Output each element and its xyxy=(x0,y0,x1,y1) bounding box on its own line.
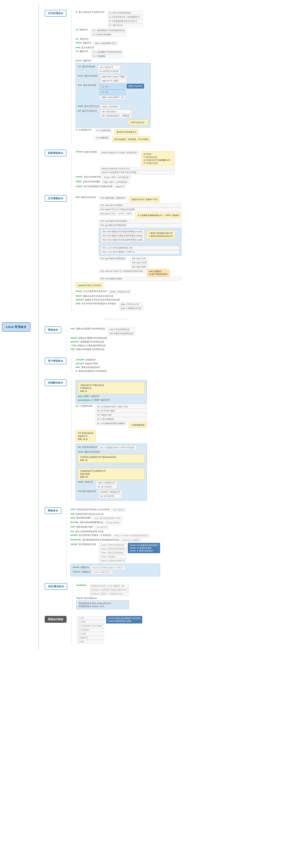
desc: 打包同时压缩 xyxy=(79,404,93,407)
tip: 只能压缩文件,不能压缩目录 不保留原文件 后缀 .gz xyxy=(78,382,144,394)
cmd-ifconfig: ifconfig xyxy=(70,521,78,523)
desc: 创建文件 xyxy=(83,59,91,62)
detail: find -type l 链接 xyxy=(130,265,148,269)
cmd-umask: umask xyxy=(75,185,83,187)
desc: 创建目录 xyxy=(83,41,91,44)
desc: 显示文件内容 xyxy=(83,84,96,87)
cmd-pwd: pwd xyxy=(75,46,80,49)
tip: 指向原文件的快捷方式 xyxy=(115,129,138,135)
cmd-find: find xyxy=(75,196,79,198)
detail: chgrp <用户> <文件或目录> xyxy=(101,180,130,184)
level: 6 重启 xyxy=(77,640,104,644)
box-other-shutdown: 其他关机命令:halt, poweroff, init 0 其他重启命令:reb… xyxy=(76,600,129,609)
detail: head -n 显示前n行 xyxy=(100,105,120,109)
detail: page down / space 下翻页 xyxy=(100,75,127,79)
desc: 显示文件内容 xyxy=(84,74,97,78)
detail: tar -z 显示详细信息 xyxy=(95,417,146,421)
cmd-ls: ls xyxy=(75,11,77,13)
detail: grep -v 排除指定字符串 xyxy=(119,307,143,310)
desc: 更改文件的所有者 xyxy=(84,176,101,178)
detail: find -inum 根据i节点查找 xyxy=(99,277,181,281)
detail: find -user 根据文件所有者查找 xyxy=(99,219,181,223)
section-compress: 压缩解压命令 只能压缩文件,不能压缩目录 不保留原文件 后缀 .gz gzip … xyxy=(45,379,181,501)
detail: grep -i 不区分大小写 xyxy=(119,302,143,306)
desc: 获取命令/配置文件的简短信息 xyxy=(78,337,107,340)
desc: 退出登陆命令 xyxy=(84,597,97,600)
tip: 大小需要换算成数据块的大小，1KB=2个数据块 xyxy=(135,212,181,218)
cmd-cat: cat xyxy=(78,65,81,67)
cmd-traceroute: traceroute xyxy=(70,538,81,541)
tip: 与gzip类似,但可以保留原文件 压缩比较高 后缀 .bz2 xyxy=(78,468,144,480)
desc: 显示所有用户的最后一次登陆信息 xyxy=(79,534,111,537)
detail: ls -l 显示文件的全部信息 xyxy=(107,11,143,15)
desc: 剪切文件 xyxy=(80,38,89,40)
detail: write <用户名> xyxy=(111,508,126,512)
main-branches: 文件处理命令 ls显示当前目录下的所有文件 ls -l 显示文件的全部信息 ls… xyxy=(38,4,181,650)
tip: 可打包和压缩目录 保留原文件 后缀 .tar.gz xyxy=(75,430,96,442)
desc: 删除文件 xyxy=(79,50,88,53)
detail: bzip2 -k 保留原文件 xyxy=(96,481,117,485)
cmd-chgrp: chgrp xyxy=(75,180,82,183)
tip: 对于目录， r=可以列出目录， w=可以在目录下新建/删除文件， x=可以进入目… xyxy=(141,151,174,166)
desc: 压缩文件 xyxy=(85,480,93,484)
detail: man 1 命令的帮助信息 xyxy=(108,328,135,332)
tip: cat /etc/inittab 修改系统默认运行级别 runlevel 查询系… xyxy=(106,616,142,623)
detail: ifconfig <网卡名> xyxy=(105,521,122,525)
detail: umount <设备文件名> xyxy=(92,570,113,574)
cmd-last: last xyxy=(70,530,74,532)
tip: 原文件的副本，同步更新，i节点号相同 xyxy=(112,136,151,142)
desc: 更改文件权限 xyxy=(84,151,97,153)
level: 3 完全多用户 xyxy=(77,628,104,632)
detail: find -mmin 根据文件内容改变时间查找 modify xyxy=(101,238,144,242)
desc: 查看设的电子邮件 xyxy=(76,525,93,528)
cmd-cp: cp xyxy=(75,28,78,31)
root-node: Linux 常用命令 xyxy=(2,322,30,332)
tip: 与tar类似,压缩后的文件可被windows识别 后缀 .zip xyxy=(78,454,144,463)
section-title-file: 文件处理命令 xyxy=(45,10,66,17)
cmd-less: less xyxy=(78,84,82,86)
cmd-umount: umount xyxy=(73,570,80,573)
desc: 给所有的用户发信息,write all xyxy=(76,513,103,516)
box-gzip: 只能压缩文件,不能压缩目录 不保留原文件 后缀 .gz gzip <文件>压缩文… xyxy=(75,380,147,404)
detail: netstat -n 查看IP地址和端口号 xyxy=(99,559,127,563)
detail: netstat -u 查询UDP协议的信息 xyxy=(99,547,127,551)
desc: 压缩文件或目录 xyxy=(82,446,97,448)
section-title-help: 帮助命令 xyxy=(45,327,61,333)
section-search: 文件搜索命令 find查找文件或目录 find <搜索范围> <匹配条件>*匹配… xyxy=(45,195,181,311)
detail: 即便时间 shutdown -h now 后接时间，如8 xyxy=(90,584,129,588)
cmd-gunzip: gunzip/gzip -d <文件> xyxy=(78,399,100,402)
tip: -exec 直接执行 -ok 逐个询问是否执行 xyxy=(147,269,169,277)
desc: 添加新用户 xyxy=(85,359,96,361)
tip: -t 查找t分钟内修改过的文件 +t 查找t分钟前修改过的文件 xyxy=(146,230,175,239)
section-runlevel: 系统运行级别 0 关机 1 单用户 2 不完全多用户,不含NFS服务 3 完全多… xyxy=(45,616,181,644)
desc: 在文件资料库中查找文件 xyxy=(83,290,107,293)
cmd-apropos: apropos xyxy=(70,340,79,343)
box-cat-more-less: cat显示文件内容 cat -n 显示行号 tac 逆序显示文件内容 more显… xyxy=(75,63,151,102)
watermark: http://blog.csdn.net xyxy=(104,317,181,320)
detail: cp -p 保持文件的属性 xyxy=(91,33,127,37)
desc: 其他关机命令:halt, poweroff, init 0 xyxy=(78,602,127,605)
desc: 解压文件或目录 xyxy=(85,451,100,454)
detail: find -type d 目录 xyxy=(130,261,148,265)
cmd-whatis: whatis xyxy=(70,337,77,339)
cmd-help-option: --help xyxy=(70,344,76,346)
desc: 挂载命令 xyxy=(80,566,89,569)
detail: find -type f 文件 xyxy=(130,257,148,260)
detail: chown <用户> <文件或目录> xyxy=(102,176,131,179)
tip: 搜索文件的内容 xyxy=(127,84,144,89)
detail: locate -i 不区分大小写 xyxy=(108,290,131,294)
cmd-zip: zip xyxy=(78,446,81,448)
detail: umask -S xyxy=(114,185,126,188)
cmd-useradd: useradd xyxy=(75,359,84,361)
section-title-search: 文件搜索命令 xyxy=(45,195,66,202)
tip: netstat -tlun 查看本机监听的端口 netstat -an 查看所有… xyxy=(128,543,160,553)
desc: 查看当前登陆的用户 xyxy=(81,366,101,369)
cmd-man: man xyxy=(70,327,75,330)
tip: 可用于监控日志！ xyxy=(128,120,149,125)
detail: ls -h 按易读的形式显示文件大小 xyxy=(107,19,143,23)
detail: mail <用户名> xyxy=(95,525,109,529)
detail: rm -f 强制删除 xyxy=(91,54,123,58)
detail: netstat -t 查询TCP协议的信息 xyxy=(99,543,127,547)
section-user: 用户管理命令 useradd添加新用户 passwd更改用户密码 who查看当前… xyxy=(45,358,181,373)
tip: -z选项放最前面 xyxy=(129,422,146,428)
